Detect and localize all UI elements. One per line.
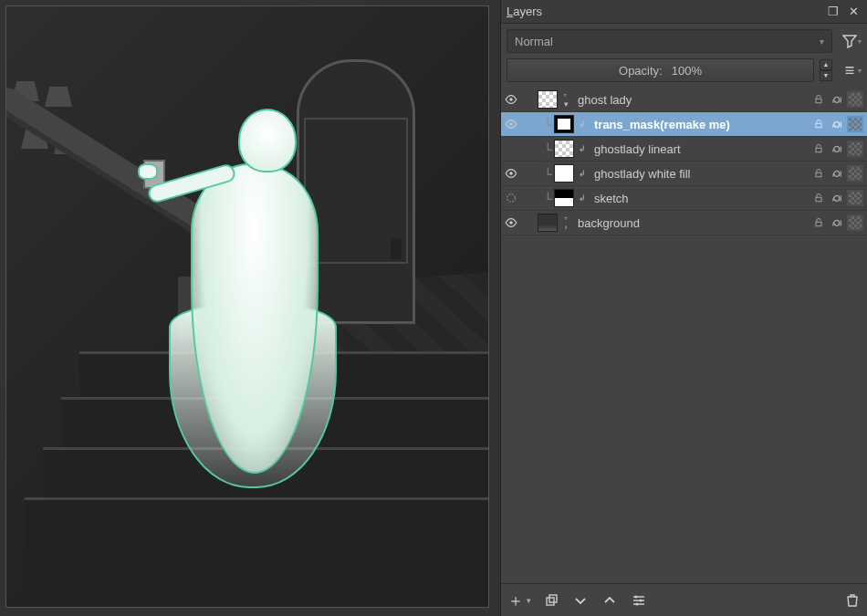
layer-tag-icon: ↲ [576, 120, 589, 129]
tree-indent: └ [521, 167, 554, 181]
layer-tag-icon: ↲ [576, 193, 589, 203]
layer-row[interactable]: └↲ghostlady lineart [501, 137, 867, 162]
duplicate-layer-button[interactable] [542, 591, 560, 610]
layer-properties-button[interactable] [630, 591, 648, 610]
svg-rect-8 [816, 197, 821, 202]
layer-tag-icon: ↲ [576, 144, 589, 153]
layer-row[interactable]: ▫›background [501, 211, 867, 235]
tree-indent: └ [521, 118, 554, 131]
canvas-area [0, 0, 500, 616]
panel-header: Layers ❐ ✕ [501, 0, 867, 24]
add-layer-button[interactable]: ＋ [507, 591, 525, 610]
inherit-alpha-icon[interactable] [847, 91, 863, 108]
layer-tag-icon: ↲ [576, 169, 589, 178]
add-layer-dropdown-icon[interactable]: ▾ [527, 596, 531, 605]
svg-rect-3 [816, 123, 821, 128]
move-layer-down-button[interactable] [571, 591, 590, 610]
svg-point-0 [509, 98, 513, 101]
svg-point-7 [507, 194, 516, 203]
blend-mode-select[interactable]: Normal ▾ [507, 29, 832, 53]
visibility-hidden-icon[interactable] [501, 192, 521, 204]
layer-thumbnail[interactable] [554, 164, 574, 183]
filter-icon[interactable] [841, 33, 858, 49]
lock-icon[interactable] [810, 165, 827, 182]
layer-thumbnail[interactable] [554, 115, 574, 133]
alpha-icon[interactable] [829, 91, 845, 108]
svg-point-14 [639, 599, 642, 601]
layers-toolbar: ＋ ▾ [501, 583, 867, 616]
layer-row[interactable]: ▫▾ghost lady [501, 88, 867, 112]
svg-rect-4 [816, 148, 821, 152]
layer-thumbnail[interactable] [554, 140, 574, 158]
lock-icon[interactable] [810, 91, 827, 108]
delete-layer-button[interactable] [843, 591, 862, 610]
layer-name-label[interactable]: background [572, 216, 807, 230]
svg-rect-10 [816, 222, 821, 226]
spin-down-icon[interactable]: ▼ [820, 70, 832, 81]
float-panel-icon[interactable]: ❐ [825, 4, 841, 20]
svg-point-5 [509, 172, 513, 175]
opacity-value: 100% [672, 64, 702, 78]
layer-row[interactable]: └↲ghostlady white fill [501, 162, 867, 186]
opacity-slider[interactable]: Opacity: 100% [507, 58, 814, 82]
layer-thumbnail[interactable] [554, 189, 574, 207]
tree-indent: └ [521, 192, 554, 205]
layer-name-label[interactable]: sketch [589, 192, 807, 205]
ghost-illustration [154, 105, 337, 493]
alpha-icon[interactable] [829, 214, 845, 231]
lock-icon[interactable] [810, 116, 827, 132]
group-tag-icon: ▫▾ [559, 90, 572, 109]
inherit-alpha-icon[interactable] [847, 116, 863, 132]
alpha-icon[interactable] [829, 165, 845, 182]
svg-point-13 [634, 595, 637, 598]
layers-list: ▫▾ghost lady└↲trans_mask(remake me)└↲gho… [501, 88, 867, 583]
svg-point-15 [635, 602, 638, 605]
opacity-label: Opacity: [619, 64, 663, 78]
layer-name-label[interactable]: ghostlady white fill [589, 167, 807, 181]
opacity-spinner[interactable]: ▲ ▼ [820, 59, 832, 81]
layer-name-label[interactable]: ghost lady [572, 93, 807, 107]
svg-rect-6 [816, 172, 821, 177]
close-panel-icon[interactable]: ✕ [845, 4, 862, 20]
lock-icon[interactable] [810, 141, 827, 157]
lock-icon[interactable] [810, 214, 827, 231]
layer-name-label[interactable]: trans_mask(remake me) [589, 118, 807, 131]
panel-title: Layers [507, 5, 821, 18]
layer-thumbnail[interactable] [538, 214, 558, 232]
panel-menu-icon[interactable]: ≡ [841, 62, 858, 78]
alpha-icon[interactable] [829, 190, 845, 206]
chevron-down-icon: ▾ [820, 37, 824, 47]
svg-rect-11 [547, 598, 554, 605]
inherit-alpha-icon[interactable] [847, 165, 863, 182]
blend-mode-value: Normal [515, 35, 553, 48]
inherit-alpha-icon[interactable] [847, 141, 863, 157]
layer-row[interactable]: └↲sketch [501, 186, 867, 211]
visibility-eye-icon[interactable] [501, 93, 521, 106]
lock-icon[interactable] [810, 190, 827, 206]
layers-panel: Layers ❐ ✕ Normal ▾ ▾ Opacity: 100% ▲ ▼ … [500, 0, 867, 616]
layer-row[interactable]: └↲trans_mask(remake me) [501, 112, 867, 137]
svg-point-9 [509, 221, 513, 224]
svg-rect-1 [816, 99, 821, 103]
tree-indent: └ [521, 142, 554, 156]
group-tag-icon: ▫› [559, 214, 572, 232]
layer-thumbnail[interactable] [538, 90, 558, 109]
inherit-alpha-icon[interactable] [847, 190, 863, 206]
alpha-icon[interactable] [829, 141, 845, 157]
move-layer-up-button[interactable] [601, 591, 619, 610]
visibility-eye-icon[interactable] [501, 167, 521, 180]
svg-point-2 [509, 122, 513, 126]
visibility-eye-icon[interactable] [501, 216, 521, 229]
alpha-icon[interactable] [829, 116, 845, 132]
visibility-eye-icon[interactable] [501, 118, 521, 131]
layer-name-label[interactable]: ghostlady lineart [589, 142, 807, 156]
spin-up-icon[interactable]: ▲ [820, 59, 832, 70]
canvas[interactable] [5, 5, 489, 608]
svg-rect-12 [549, 595, 557, 602]
inherit-alpha-icon[interactable] [847, 214, 863, 231]
